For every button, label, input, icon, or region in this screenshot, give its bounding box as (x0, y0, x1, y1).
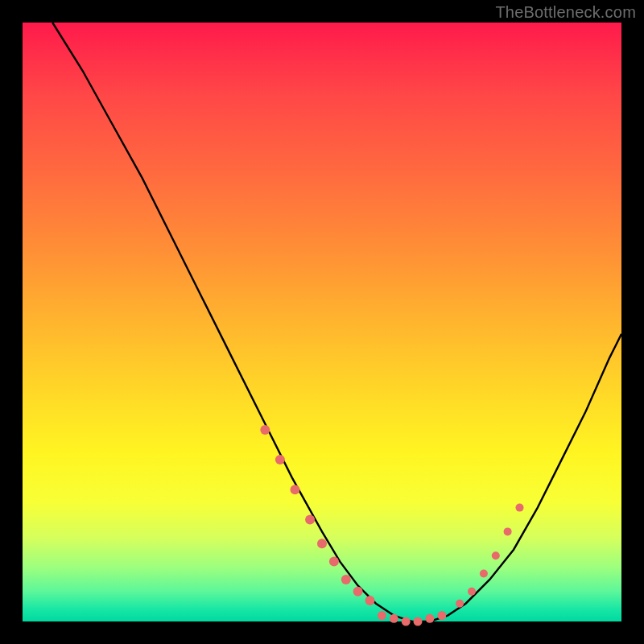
chart-frame: TheBottleneck.com (0, 0, 644, 644)
left-descent-markers (260, 425, 374, 605)
curve-marker (492, 551, 500, 559)
curve-marker (437, 611, 446, 620)
curve-marker (317, 539, 327, 548)
curve-marker (378, 611, 386, 620)
curve-marker (353, 587, 363, 597)
bottleneck-curve (52, 23, 621, 621)
curve-marker (516, 504, 524, 512)
curve-marker (291, 485, 300, 494)
curve-marker (275, 455, 285, 464)
curve-marker (414, 617, 423, 626)
curve-marker (305, 515, 315, 525)
curve-marker (468, 588, 476, 596)
curve-marker (260, 425, 270, 435)
curve-marker (329, 557, 339, 567)
curve-marker (456, 600, 464, 608)
curve-marker (390, 614, 398, 623)
curve-marker (365, 596, 375, 605)
plot-area (23, 23, 621, 621)
curve-marker (402, 617, 411, 626)
curve-marker (341, 575, 351, 584)
curve-marker (425, 614, 434, 623)
curve-marker (504, 527, 512, 535)
bottleneck-curve-svg (23, 23, 621, 621)
curve-marker (480, 570, 488, 578)
right-ascent-markers (456, 504, 523, 608)
attribution-label: TheBottleneck.com (495, 3, 636, 22)
